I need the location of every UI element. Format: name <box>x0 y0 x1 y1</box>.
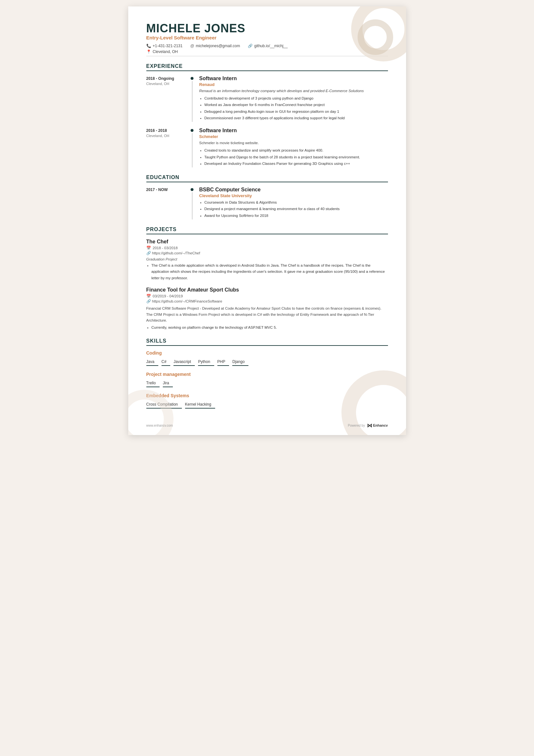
edu-1-line <box>192 192 192 220</box>
project-2-date: 03/2019 - 04/2019 <box>153 294 183 298</box>
bullet-item: Created tools to standardize and simplif… <box>205 148 388 154</box>
entry-1-date: 2018 - Ongoing <box>146 76 188 81</box>
bullet-item: Worked as Java developer for 6 months in… <box>205 102 388 108</box>
email-contact: @ michelejones@gmail.com <box>190 44 240 48</box>
entry-2-location: Cleveland, OH <box>146 134 169 138</box>
experience-section: EXPERIENCE 2018 - Ongoing Cleveland, OH … <box>146 63 388 167</box>
entry-1-left: 2018 - Ongoing Cleveland, OH <box>146 76 188 122</box>
entry-1-dot <box>191 77 193 80</box>
entry-2-dot <box>191 129 193 132</box>
experience-entry-2: 2016 - 2018 Cleveland, OH Software Inter… <box>146 128 388 167</box>
email-address: michelejones@gmail.com <box>196 44 240 48</box>
experience-title: EXPERIENCE <box>146 63 388 71</box>
bullet-item: Taught Python and Django to the batch of… <box>205 154 388 161</box>
project-1-bullets: The Chef is a mobile application which i… <box>146 262 388 282</box>
edu-1-dot <box>191 188 193 191</box>
location-text: Cleveland, OH <box>153 49 178 54</box>
project-1-date: 2018 - 03/2018 <box>153 246 178 250</box>
location-info: 📍 Cleveland, OH <box>146 49 388 54</box>
footer-powered: Powered by ⋈ Enhancv <box>348 422 388 429</box>
projects-title: PROJECTS <box>146 227 388 234</box>
edu-1-content: BSBC Computer Science Cleveland State Un… <box>196 187 388 220</box>
bullet-item: Decommissioned over 3 different types of… <box>205 115 388 122</box>
entry-1-timeline <box>188 76 196 122</box>
skills-pm-name: Project management <box>146 372 388 377</box>
enhancv-name: Enhancv <box>373 423 388 427</box>
entry-1-location: Cleveland, OH <box>146 82 169 86</box>
edu-1-company: Cleveland State University <box>199 193 388 198</box>
entry-1-bullets: Contributed to development of 3 projects… <box>199 95 388 122</box>
calendar-icon: 📅 <box>146 246 151 250</box>
entry-2-line <box>192 133 192 167</box>
project-1: The Chef 📅 2018 - 03/2018 🔗 https://gith… <box>146 239 388 282</box>
email-icon: @ <box>190 44 194 48</box>
entry-1-content: Software Intern Renaud Renaud is an info… <box>196 76 388 122</box>
contact-info: 📞 +1-431-321-2131 @ michelejones@gmail.c… <box>146 44 388 48</box>
bullet-item: Currently, working on platform change to… <box>151 325 388 331</box>
bullet-item: Developed an Industry Foundation Classes… <box>205 161 388 167</box>
bullet-item: Award for Upcoming SoftHero for 2018 <box>205 213 388 219</box>
github-contact: 🔗 github.io/__michj__ <box>248 44 288 48</box>
entry-2-company: Schmeler <box>199 134 388 139</box>
project-2-bullets: Currently, working on platform change to… <box>146 325 388 331</box>
footer-website: www.enhancv.com <box>146 424 173 427</box>
entry-2-plain: Schmeler is movie ticketing website. <box>199 140 388 146</box>
entry-1-company: Renaud <box>199 82 388 87</box>
calendar-icon-2: 📅 <box>146 294 151 298</box>
entry-2-date: 2016 - 2018 <box>146 128 188 133</box>
skill-jira: Jira <box>163 379 173 387</box>
skill-php: PHP <box>217 358 229 366</box>
project-1-link: https://github.com/--/TheChef <box>152 251 200 255</box>
project-1-tag: Graduation Project <box>146 257 388 261</box>
enhancv-brand: ⋈ Enhancv <box>367 422 388 429</box>
phone-number: +1-431-321-2131 <box>153 44 183 48</box>
bullet-item: Contributed to development of 3 projects… <box>205 95 388 102</box>
edu-1-timeline <box>188 187 196 220</box>
education-title: EDUCATION <box>146 175 388 182</box>
education-entry-1: 2017 - NOW BSBC Computer Science Clevela… <box>146 187 388 220</box>
project-2-meta: 📅 03/2019 - 04/2019 <box>146 294 388 298</box>
skills-coding: Coding Java C# Javascript Python PHP Dja… <box>146 350 388 367</box>
entry-2-bullets: Created tools to standardize and simplif… <box>199 148 388 167</box>
github-icon: 🔗 <box>248 44 253 48</box>
skill-javascript: Javascript <box>173 358 195 366</box>
entry-2-left: 2016 - 2018 Cleveland, OH <box>146 128 188 167</box>
skill-csharp: C# <box>162 358 170 366</box>
entry-1-line <box>192 81 192 122</box>
bullet-item: Designed a project management & learning… <box>205 206 388 212</box>
skill-kernel-hacking: Kernel Hacking <box>185 401 215 409</box>
entry-1-description: Renaud is an information technology comp… <box>199 88 388 94</box>
github-url: github.io/__michj__ <box>254 44 288 48</box>
edu-1-left: 2017 - NOW <box>146 187 188 220</box>
skill-trello: Trello <box>146 379 160 387</box>
skills-coding-name: Coding <box>146 350 388 356</box>
skill-java: Java <box>146 358 158 366</box>
edu-1-bullets: Coursework in Data Structures & Algorith… <box>199 200 388 219</box>
project-2-title: Finance Tool for Amateur Sport Clubs <box>146 287 388 293</box>
header-divider <box>146 56 388 56</box>
entry-2-content: Software Intern Schmeler Schmeler is mov… <box>196 128 388 167</box>
experience-entry-1: 2018 - Ongoing Cleveland, OH Software In… <box>146 76 388 122</box>
projects-section: PROJECTS The Chef 📅 2018 - 03/2018 🔗 htt… <box>146 227 388 331</box>
edu-1-date: 2017 - NOW <box>146 187 188 192</box>
skills-title: SKILLS <box>146 338 388 346</box>
link-icon-2: 🔗 <box>146 299 151 304</box>
phone-contact: 📞 +1-431-321-2131 <box>146 44 183 48</box>
resume-page: MICHELE JONES Entry-Level Software Engin… <box>128 7 406 435</box>
bullet-item: Coursework in Data Structures & Algorith… <box>205 200 388 206</box>
bullet-item: Debugged a long pending Auto-login issue… <box>205 109 388 115</box>
project-1-desc: The Chef is a mobile application which i… <box>151 262 388 282</box>
enhancv-icon: ⋈ <box>367 422 372 429</box>
skill-django: Django <box>232 358 248 366</box>
entry-1-role: Software Intern <box>199 76 388 81</box>
deco-circle-top-right-2 <box>358 19 393 55</box>
powered-by-text: Powered by <box>348 424 365 427</box>
page-footer: www.enhancv.com Powered by ⋈ Enhancv <box>146 422 388 429</box>
edu-1-role: BSBC Computer Science <box>199 187 388 193</box>
project-2-link: https://github.com/--/CRMFinanceSoftware <box>152 299 222 303</box>
skill-python: Python <box>198 358 214 366</box>
project-1-title: The Chef <box>146 239 388 245</box>
project-1-meta: 📅 2018 - 03/2018 <box>146 246 388 250</box>
location-icon: 📍 <box>146 49 151 54</box>
phone-icon: 📞 <box>146 44 151 48</box>
